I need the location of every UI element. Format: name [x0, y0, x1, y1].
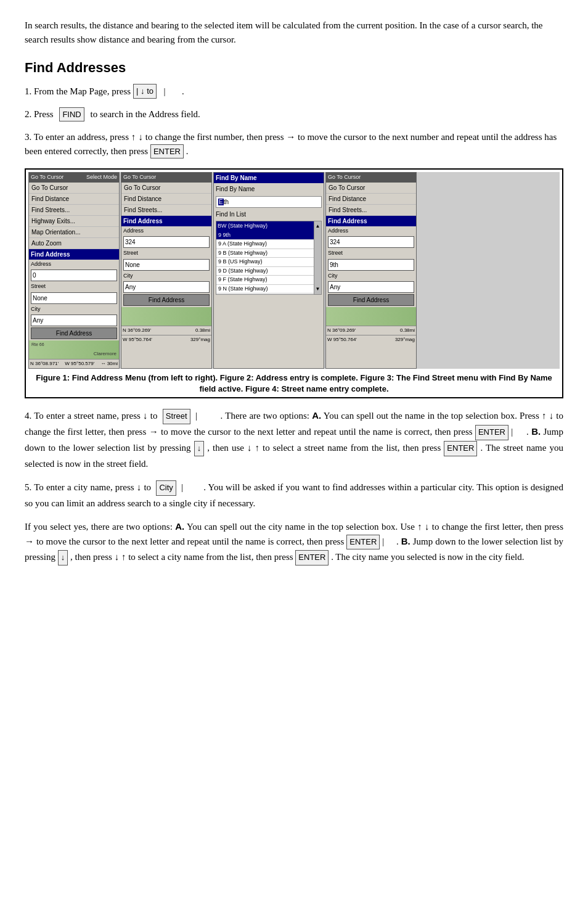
panel2-header: Go To Cursor: [121, 173, 211, 183]
panel4-item-streets: Find Streets...: [326, 205, 416, 216]
step1-prefix: 1. From the Map Page, press: [25, 84, 131, 99]
panel2-coord-n: N 36°09.269': [123, 327, 151, 334]
panel3-header: Find By Name: [214, 173, 324, 183]
panel1-item-autozoom: Auto Zoom: [29, 238, 119, 249]
panel1-label-street: Street: [29, 282, 119, 292]
panel1-map: Claremore Rte 66: [29, 340, 119, 359]
panel4-input-city: Any: [328, 281, 414, 293]
panel2-item-goto: Go To Cursor: [121, 183, 211, 194]
panel3-item-n: 9 N (State Highway): [216, 285, 321, 294]
panel4-item-distance: Find Distance: [326, 194, 416, 205]
panel2-input-city: Any: [123, 281, 210, 293]
panel3-search-field: Eth: [216, 196, 322, 208]
step3-enter-btn: ENTER: [150, 144, 184, 159]
step2-enter-btn: FIND: [59, 107, 84, 122]
panel3-item-d: 9 D (State Highway): [216, 267, 321, 276]
panel3-item-p-state: 9 P (State Highway): [216, 294, 321, 295]
panel1-item-highway: Highway Exits...: [29, 216, 119, 227]
panel1-header-left: Go To Cursor: [31, 173, 63, 182]
intro-text: In search results, the distance and bear…: [25, 19, 563, 46]
panel4-bearing: 329°mag: [395, 336, 415, 343]
panel4-find-address-header: Find Address: [326, 216, 416, 226]
panel4-status2: W 95°50.764' 329°mag: [326, 335, 416, 344]
panel1-status: N 36°08.971' W 95°50.579' ↔ 30mi: [29, 359, 119, 368]
para-enter1: ENTER: [346, 535, 380, 550]
panel4-input-address: 324: [328, 236, 414, 248]
panel4-coord-n: N 36°09.269': [327, 327, 356, 334]
panel1-find-address-header: Find Address: [29, 249, 119, 260]
gps-panel-1: Go To Cursor Select Mode Go To Cursor Fi…: [28, 172, 120, 369]
panel4-label-city: City: [326, 271, 416, 281]
step4-enter2: ENTER: [444, 441, 477, 456]
panel4-item-goto: Go To Cursor: [326, 183, 416, 194]
panel3-list-items: 9 9th 9 A (State Highway) 9 B (State Hig…: [216, 231, 321, 295]
panel2-header-text: Go To Cursor: [123, 173, 156, 182]
panel2-item-distance: Find Distance: [121, 194, 211, 205]
panel3-list-header: BW (State Highway) ▲: [216, 221, 321, 231]
panel1-dist: ↔ 30mi: [100, 360, 118, 368]
panel2-find-address-header: Find Address: [121, 216, 211, 226]
gps-panel-2: Go To Cursor Go To Cursor Find Distance …: [121, 172, 212, 369]
step2-suffix: to search in the Address field.: [91, 109, 200, 119]
panel1-coord-nw: N 36°08.971': [30, 360, 59, 368]
step4-enter1: ENTER: [475, 425, 508, 440]
step-3: 3. To enter an address, press ↑ ↓ to cha…: [25, 130, 563, 158]
step-5: 5. To enter a city name, press ↓ to City…: [25, 480, 563, 511]
panel1-header: Go To Cursor Select Mode: [29, 173, 119, 183]
panel4-header: Go To Cursor: [326, 173, 416, 183]
step2-prefix: 2. Press: [25, 109, 54, 119]
gps-panel-3: Find By Name Find By Name Eth Find In Li…: [213, 172, 324, 369]
panel3-scroll-up: ▲: [316, 223, 321, 230]
panel2-label-address: Address: [121, 226, 211, 236]
panel1-find-btn: Find Address: [31, 327, 117, 339]
step4-btn1: Street: [163, 409, 190, 424]
panel3-scroll-down: ▼: [316, 286, 321, 293]
para-down-btn: ↓: [58, 550, 68, 565]
panel4-header-text: Go To Cursor: [328, 173, 361, 182]
panel3-item-f: 9 F (State Highway): [216, 276, 321, 285]
panel1-item-streets: Find Streets...: [29, 205, 119, 216]
gps-panel-4: Go To Cursor Go To Cursor Find Distance …: [325, 172, 417, 369]
step-1: 1. From the Map Page, press | ↓ to | .: [25, 84, 563, 99]
figure-container: Go To Cursor Select Mode Go To Cursor Fi…: [25, 168, 563, 398]
step1-pipe: |: [159, 84, 179, 99]
panel1-coord-e: W 95°50.579': [65, 360, 94, 368]
figure-caption: Figure 1: Find Address Menu (from left t…: [28, 372, 560, 395]
panel3-item-b-us: 9 B (US Highway): [216, 258, 321, 267]
panel2-coord-w: W 95°50.764': [123, 336, 152, 343]
section-title: Find Addresses: [25, 57, 563, 78]
panel1-label-address: Address: [29, 260, 119, 269]
panel2-input-address: 324: [123, 236, 210, 248]
panel1-header-right: Select Mode: [86, 173, 117, 182]
panel4-status1: N 36°09.269' 0.38mi: [326, 326, 416, 335]
panel1-input-address: 0: [31, 269, 117, 281]
panel2-status: N 36°09.269' 0.38mi: [121, 326, 211, 335]
panel2-label-street: Street: [121, 249, 211, 258]
panel4-find-btn: Find Address: [328, 294, 414, 306]
step1-button: | ↓ to: [133, 84, 157, 99]
step-2: 2. Press FIND to search in the Address f…: [25, 107, 563, 122]
panel3-item-9th: 9 9th: [216, 231, 321, 241]
step4-down-btn: ↓: [194, 441, 205, 456]
para-if: If you select yes, there are two options…: [25, 519, 563, 566]
panel1-label-city: City: [29, 305, 119, 315]
step5-btn1: City: [156, 480, 176, 496]
panel1-item-map: Map Orientation...: [29, 227, 119, 238]
para-enter2: ENTER: [295, 550, 329, 565]
panel4-map: [326, 307, 416, 326]
panel2-status2: W 95°50.764' 329°mag: [121, 335, 211, 344]
panel3-cursor-e: E: [218, 199, 224, 205]
panel3-scrollbar: ▲ ▼: [314, 221, 321, 294]
step-4: 4. To enter a street name, press ↓ to St…: [25, 408, 563, 471]
figure-images: Go To Cursor Select Mode Go To Cursor Fi…: [28, 172, 560, 369]
panel4-label-address: Address: [326, 226, 416, 236]
panel2-bearing: 329°mag: [190, 336, 210, 343]
panel1-item-distance: Find Distance: [29, 194, 119, 205]
panel2-input-street: None: [123, 259, 210, 271]
panel1-item-goto: Go To Cursor: [29, 183, 119, 194]
panel1-input-street: None: [31, 292, 117, 304]
panel2-find-btn: Find Address: [123, 294, 210, 306]
panel3-list-header-text: BW (State Highway): [218, 222, 267, 231]
panel4-dist: 0.38mi: [400, 327, 415, 334]
panel3-item-b-state: 9 B (State Highway): [216, 249, 321, 258]
